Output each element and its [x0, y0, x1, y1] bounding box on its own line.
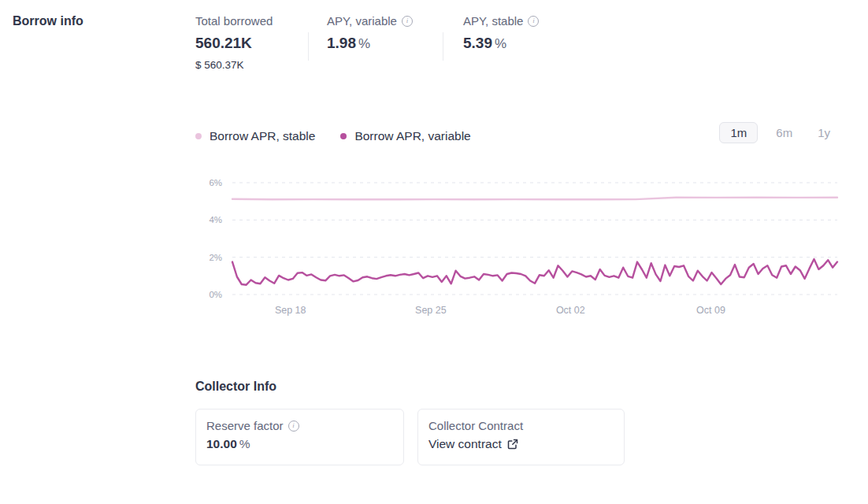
stat-apy-variable: APY, variable i 1.98% [327, 14, 413, 52]
y-axis-tick-label: 0% [209, 290, 222, 299]
stable-legend-label: Borrow APR, stable [210, 129, 315, 143]
reserve-factor-card: Reserve factor i 10.00% [195, 409, 404, 465]
collector-contract-label: Collector Contract [428, 419, 523, 432]
apy-variable-number: 1.98 [327, 35, 356, 51]
x-axis-tick-label: Oct 09 [696, 305, 725, 316]
variable-apr-line [232, 259, 837, 285]
apy-stable-number: 5.39 [463, 35, 492, 51]
apy-variable-value: 1.98% [327, 35, 413, 52]
borrow-info-panel: Borrow info Total borrowed 560.21K $ 560… [0, 0, 868, 504]
total-borrowed-label: Total borrowed [195, 14, 273, 28]
percent-sign: % [358, 36, 370, 51]
y-axis-tick-label: 6% [209, 178, 222, 187]
percent-sign: % [239, 437, 250, 450]
page-title: Borrow info [13, 14, 83, 28]
y-axis-tick-label: 4% [209, 215, 222, 224]
stat-apy-stable: APY, stable i 5.39% [463, 14, 539, 52]
time-range-selector: 1m 6m 1y [719, 122, 837, 143]
info-icon[interactable]: i [402, 16, 413, 27]
chart-legend: Borrow APR, stable Borrow APR, variable [195, 129, 471, 143]
stat-divider [308, 32, 309, 61]
apr-history-chart: 0%2%4%6%Sep 18Sep 25Oct 02Oct 09 [181, 172, 843, 318]
apy-stable-value: 5.39% [463, 35, 539, 52]
view-contract-label: View contract [428, 437, 502, 451]
collector-info-title: Collector Info [195, 380, 276, 394]
view-contract-link[interactable]: View contract [428, 437, 518, 451]
percent-sign: % [495, 36, 506, 51]
range-button-1y[interactable]: 1y [811, 122, 837, 143]
legend-item-stable: Borrow APR, stable [195, 129, 315, 143]
variable-legend-label: Borrow APR, variable [354, 129, 470, 143]
stable-legend-dot [195, 133, 202, 139]
x-axis-tick-label: Sep 25 [415, 305, 447, 316]
stat-total-borrowed: Total borrowed 560.21K $ 560.37K [195, 14, 273, 71]
reserve-factor-number: 10.00 [206, 437, 237, 450]
info-icon[interactable]: i [288, 421, 299, 432]
y-axis-tick-label: 2% [209, 253, 222, 262]
reserve-factor-value: 10.00% [206, 437, 393, 451]
external-link-icon [507, 439, 518, 450]
range-button-1m[interactable]: 1m [719, 122, 758, 143]
reserve-factor-label: Reserve factor [206, 419, 284, 432]
apy-stable-label: APY, stable [463, 14, 523, 28]
apy-variable-label: APY, variable [327, 14, 397, 28]
info-icon[interactable]: i [528, 16, 539, 27]
range-button-6m[interactable]: 6m [769, 122, 799, 143]
x-axis-tick-label: Oct 02 [556, 305, 585, 316]
legend-item-variable: Borrow APR, variable [340, 129, 470, 143]
collector-contract-card: Collector Contract View contract [417, 409, 625, 465]
total-borrowed-usd-value: $ 560.37K [195, 59, 273, 71]
total-borrowed-value: 560.21K [195, 35, 273, 52]
x-axis-tick-label: Sep 18 [275, 305, 306, 316]
stable-apr-line [232, 198, 837, 200]
variable-legend-dot [340, 133, 347, 139]
stat-divider [443, 32, 443, 61]
